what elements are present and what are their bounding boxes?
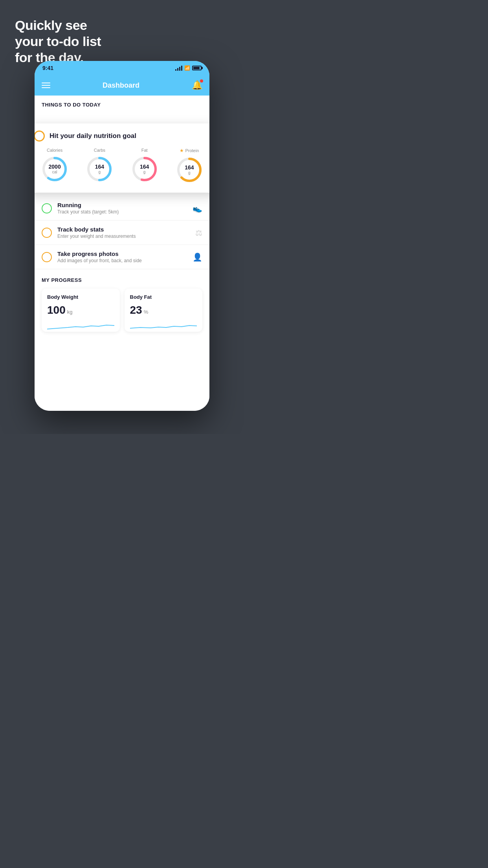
todo-desc-running: Track your stats (target: 5km): [57, 209, 187, 215]
carbs-donut: 164 g: [85, 155, 114, 183]
body-fat-card[interactable]: Body Fat 23 %: [125, 289, 203, 332]
body-fat-value-row: 23 %: [130, 304, 197, 316]
phone-mockup: 9:41 📶 Dashboard 🔔: [35, 61, 209, 411]
nutrition-item-fat: Fat 164 g: [130, 148, 159, 183]
calories-label: Calories: [47, 148, 62, 153]
progress-header: MY PROGRESS: [42, 277, 202, 283]
protein-unit: g: [185, 171, 194, 175]
nutrition-card: Hit your daily nutrition goal Calories: [35, 123, 209, 193]
body-weight-value: 100: [47, 304, 66, 316]
battery-icon: [192, 66, 202, 70]
body-fat-chart: [130, 320, 197, 332]
todo-circle-running: [42, 203, 52, 213]
headline-line1: Quickly see: [15, 18, 87, 33]
todo-circle-photos: [42, 252, 52, 262]
nutrition-item-protein: ★ Protein 164: [175, 148, 204, 184]
running-icon: 👟: [193, 204, 202, 213]
carbs-unit: g: [95, 170, 104, 174]
fat-value: 164: [140, 164, 149, 170]
hamburger-menu[interactable]: [42, 83, 50, 88]
todo-item-running[interactable]: Running Track your stats (target: 5km) 👟: [35, 196, 209, 221]
fat-donut: 164 g: [130, 155, 159, 183]
todo-circle-body-stats: [42, 228, 52, 238]
body-fat-title: Body Fat: [130, 294, 197, 300]
body-fat-value: 23: [130, 304, 142, 316]
todo-name-running: Running: [57, 202, 187, 208]
todo-item-photos[interactable]: Take progress photos Add images of your …: [35, 245, 209, 269]
protein-value: 164: [185, 165, 194, 171]
calories-unit: cal: [49, 170, 61, 174]
todo-text-photos: Take progress photos Add images of your …: [57, 250, 187, 263]
nav-bar: Dashboard 🔔: [35, 75, 209, 96]
todo-item-body-stats[interactable]: Track body stats Enter your weight and m…: [35, 221, 209, 245]
card-title: Hit your daily nutrition goal: [50, 132, 136, 140]
progress-cards: Body Weight 100 kg Body Fat: [42, 289, 202, 332]
fat-unit: g: [140, 170, 149, 174]
todo-text-body-stats: Track body stats Enter your weight and m…: [57, 226, 190, 239]
progress-section: MY PROGRESS Body Weight 100 kg: [35, 269, 209, 332]
calories-value: 2000: [49, 164, 61, 170]
status-bar: 9:41 📶: [35, 61, 209, 75]
body-weight-card[interactable]: Body Weight 100 kg: [42, 289, 120, 332]
body-stats-icon: ⚖: [195, 228, 202, 237]
nutrition-circle-check[interactable]: [35, 131, 45, 142]
todo-name-photos: Take progress photos: [57, 250, 187, 257]
protein-star-icon: ★: [180, 148, 184, 153]
fat-label: Fat: [141, 148, 148, 153]
notification-dot: [200, 79, 203, 83]
wifi-icon: 📶: [184, 65, 190, 71]
nav-title: Dashboard: [103, 81, 139, 90]
body-weight-unit: kg: [67, 309, 73, 315]
things-section-header: THINGS TO DO TODAY: [35, 96, 209, 112]
nutrition-item-calories: Calories 2000 cal: [40, 148, 69, 183]
headline-line2: your to-do list: [15, 34, 101, 49]
todo-desc-body-stats: Enter your weight and measurements: [57, 234, 190, 239]
body-fat-unit: %: [144, 309, 149, 315]
notification-bell[interactable]: 🔔: [192, 80, 202, 90]
todo-desc-photos: Add images of your front, back, and side: [57, 258, 187, 263]
status-icons: 📶: [175, 65, 202, 71]
body-weight-value-row: 100 kg: [47, 304, 114, 316]
protein-donut: 164 g: [175, 156, 204, 184]
carbs-label: Carbs: [94, 148, 105, 153]
todo-text-running: Running Track your stats (target: 5km): [57, 202, 187, 215]
body-weight-title: Body Weight: [47, 294, 114, 300]
phone-frame: 9:41 📶 Dashboard 🔔: [35, 61, 209, 411]
photos-icon: 👤: [193, 252, 202, 262]
body-weight-chart: [47, 320, 114, 332]
signal-icon: [175, 65, 182, 71]
calories-donut: 2000 cal: [40, 155, 69, 183]
nutrition-row: Calories 2000 cal: [35, 148, 209, 184]
nutrition-item-carbs: Carbs 164 g: [85, 148, 114, 183]
status-time: 9:41: [42, 65, 53, 71]
headline: Quickly see your to-do list for the day.: [15, 17, 101, 65]
card-title-row: Hit your daily nutrition goal: [35, 131, 209, 142]
protein-label: ★ Protein: [180, 148, 199, 153]
content-area: THINGS TO DO TODAY Hit your daily nutrit…: [35, 96, 209, 411]
carbs-value: 164: [95, 164, 104, 170]
todo-name-body-stats: Track body stats: [57, 226, 190, 233]
